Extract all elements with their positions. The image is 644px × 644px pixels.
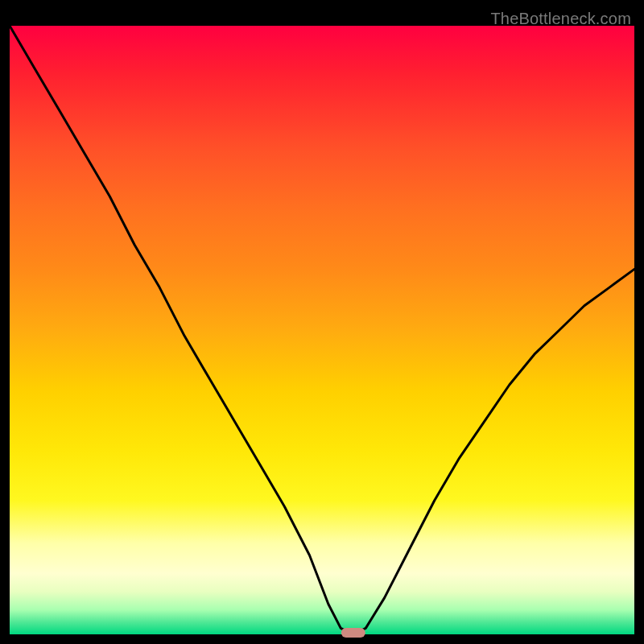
bottleneck-curve-path [10,26,634,634]
chart-svg [10,26,634,634]
optimal-point-marker [341,628,365,638]
plot-gradient-background [10,26,634,634]
plot-frame: TheBottleneck.com [10,10,634,634]
